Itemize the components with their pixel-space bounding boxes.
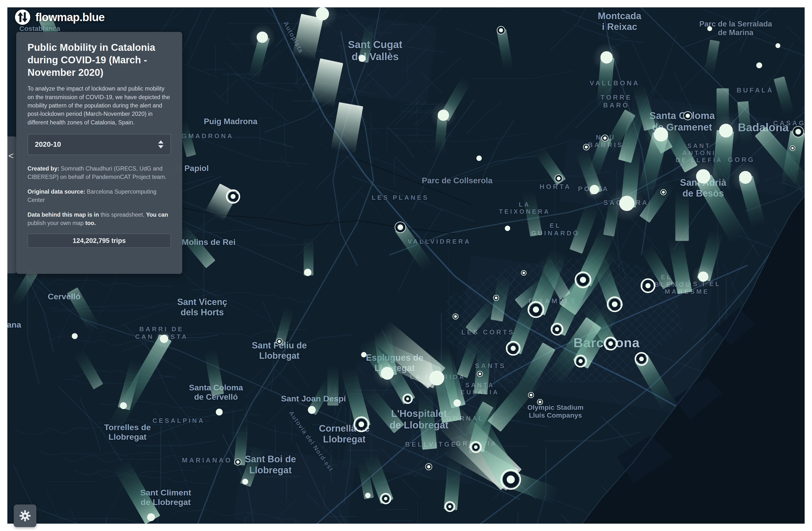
flow-node[interactable]: [775, 43, 780, 48]
flow-line: [331, 102, 363, 153]
map-place-label: BUFALÀ: [737, 86, 774, 94]
flow-node[interactable]: [365, 493, 370, 498]
flowmap-logo[interactable]: flowmap.blue: [15, 9, 105, 25]
total-trips-badge: 124,202,795 trips: [28, 234, 171, 248]
map-place-label: Puig Madrona: [204, 117, 258, 126]
flow-node[interactable]: [793, 127, 804, 137]
flow-node[interactable]: [636, 353, 648, 365]
flow-node[interactable]: [641, 279, 655, 292]
created-by-label: Created by:: [28, 165, 59, 172]
info-panel: Public Mobility in Catalonia during COVI…: [16, 32, 182, 274]
flow-node[interactable]: [505, 226, 510, 231]
map-title: Public Mobility in Catalonia during COVI…: [28, 41, 171, 78]
flow-node[interactable]: [756, 62, 762, 68]
flow-node[interactable]: [575, 272, 591, 287]
datasource-line: Original data source: Barcelona Supercom…: [28, 188, 171, 204]
flow-line: [704, 40, 720, 75]
flow-node[interactable]: [537, 399, 543, 404]
flow-node[interactable]: [602, 135, 608, 141]
flow-node[interactable]: [575, 356, 586, 367]
flow-line: [774, 76, 794, 115]
flow-node[interactable]: [687, 160, 720, 193]
sheet-text-2: You can: [145, 211, 168, 218]
settings-button[interactable]: [14, 504, 37, 527]
flow-node[interactable]: [155, 329, 174, 348]
flow-node[interactable]: [72, 334, 77, 339]
flow-node[interactable]: [584, 179, 605, 200]
flow-node[interactable]: [605, 337, 617, 350]
map-place-label: Sant Cugatdel Vallès: [348, 39, 403, 62]
select-stepper-icon: [158, 141, 163, 148]
flow-node[interactable]: [710, 115, 742, 147]
map-description: To analyze the impact of lockdown and pu…: [28, 85, 171, 127]
map-place-label: Parc de Collserola: [422, 176, 493, 185]
map-place-label: HORTA: [539, 183, 571, 190]
flow-node[interactable]: [425, 463, 432, 470]
flow-node[interactable]: [684, 112, 692, 120]
flow-node[interactable]: [227, 190, 240, 203]
panel-collapse-button[interactable]: <: [8, 136, 16, 274]
flow-node[interactable]: [528, 302, 543, 317]
flow-node[interactable]: [609, 186, 644, 221]
flow-node[interactable]: [692, 265, 715, 288]
flow-node[interactable]: [395, 222, 406, 233]
flow-node[interactable]: [477, 156, 481, 161]
sheet-text-1: Data behind this map is in: [28, 211, 101, 218]
flow-node[interactable]: [497, 26, 505, 34]
flow-node[interactable]: [453, 314, 458, 319]
time-period-value: 2020-10: [35, 141, 61, 148]
flow-node[interactable]: [235, 459, 241, 465]
flow-node[interactable]: [373, 358, 402, 388]
map-place-label: CESALPINA: [153, 417, 205, 424]
flow-node[interactable]: [608, 297, 622, 311]
logo-text: flowmap.blue: [35, 11, 105, 24]
datasource-label: Original data source:: [28, 189, 85, 195]
flow-node[interactable]: [790, 146, 795, 151]
flow-node[interactable]: [593, 43, 621, 71]
sheet-text-3: too.: [84, 220, 96, 226]
flow-node[interactable]: [147, 514, 155, 521]
flow-node[interactable]: [249, 24, 275, 50]
map-place-label: Sant Vicençdels Horts: [177, 297, 227, 317]
flowmap-logo-icon: [15, 9, 30, 25]
flow-node[interactable]: [494, 295, 499, 300]
flow-node[interactable]: [731, 163, 760, 192]
map-place-label: Torrelles deLlobregat: [104, 423, 151, 441]
map-place-label: MARIANAO: [182, 457, 232, 464]
flow-node[interactable]: [361, 352, 366, 357]
flow-node[interactable]: [644, 118, 678, 151]
spreadsheet-line: Data behind this map is in this spreadsh…: [28, 210, 171, 227]
flow-node[interactable]: [477, 371, 482, 377]
time-period-select[interactable]: 2020-10: [28, 134, 171, 155]
flow-node[interactable]: [555, 175, 562, 182]
map-place-label: LES PLANES: [372, 194, 429, 201]
flow-node[interactable]: [528, 392, 534, 398]
publish-map-link[interactable]: publish your own map: [28, 220, 84, 226]
flow-node[interactable]: [354, 417, 368, 431]
flow-node[interactable]: [276, 338, 282, 344]
gear-icon: [19, 510, 31, 522]
flow-node[interactable]: [308, 406, 316, 414]
credits-line: Created by: Somnath Chaudhuri (GRECS, Ud…: [28, 164, 171, 181]
flow-node[interactable]: [431, 102, 456, 128]
flow-node[interactable]: [454, 399, 461, 406]
flow-node[interactable]: [707, 27, 712, 31]
flow-node[interactable]: [551, 324, 563, 335]
flow-node[interactable]: [216, 409, 222, 415]
flow-node[interactable]: [661, 189, 666, 195]
map-place-label: Vallirana: [8, 320, 21, 329]
flow-node[interactable]: [120, 402, 127, 409]
flow-node[interactable]: [471, 442, 481, 452]
flow-node[interactable]: [583, 144, 589, 150]
spreadsheet-link[interactable]: this spreadsheet.: [101, 211, 145, 218]
flow-node[interactable]: [501, 470, 520, 489]
flow-line: [675, 192, 689, 241]
map-place-label: CASAGEMES: [773, 119, 804, 127]
flow-node[interactable]: [420, 361, 454, 395]
flow-node[interactable]: [243, 479, 248, 484]
flow-node[interactable]: [359, 55, 365, 62]
flow-line: [108, 334, 172, 430]
flow-node[interactable]: [521, 270, 526, 275]
flow-node[interactable]: [507, 342, 520, 355]
flow-node[interactable]: [304, 269, 311, 276]
